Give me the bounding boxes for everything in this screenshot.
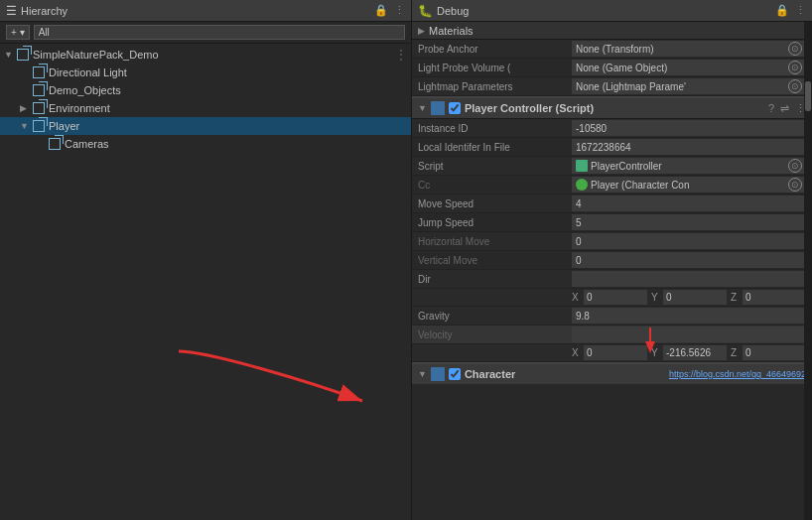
debug-icon: 🐛 <box>418 4 433 18</box>
materials-section[interactable]: ▶ Materials <box>412 22 812 40</box>
velocity-x-value[interactable]: 0 <box>584 345 647 360</box>
velocity-y-field: Y -216.5626 <box>651 345 727 360</box>
cc-row: Cc Player (Character Con ⊙ <box>412 176 812 195</box>
scrollbar-thumb[interactable] <box>805 81 811 111</box>
velocity-value-empty <box>572 326 806 342</box>
hierarchy-more-icon[interactable]: ⋮ <box>394 4 405 17</box>
horizontal-move-value: 0 <box>572 233 806 249</box>
velocity-z-value[interactable]: 0 <box>743 345 806 360</box>
inspector-lock-icon[interactable]: 🔒 <box>775 4 789 17</box>
hierarchy-toolbar: + ▾ <box>0 22 411 44</box>
dir-y-value[interactable]: 0 <box>663 290 727 305</box>
cube-icon-dl <box>32 65 46 79</box>
character-controller-header[interactable]: ▼ Character https://blog.csdn.net/qq_466… <box>412 362 812 384</box>
dir-y-axis: Y <box>651 292 661 303</box>
tree-item-demo-objects[interactable]: Demo_Objects <box>0 81 411 99</box>
materials-title: Materials <box>429 25 474 37</box>
jump-speed-label: Jump Speed <box>418 217 572 228</box>
velocity-label-row: Velocity <box>412 325 812 344</box>
inspector-content: ▶ Materials Probe Anchor None (Transform… <box>412 22 812 520</box>
annotation-url: https://blog.csdn.net/qq_46649692 <box>669 369 806 379</box>
hierarchy-header: ☰ Hierarchy 🔒 ⋮ <box>0 0 411 22</box>
light-probe-label: Light Probe Volume ( <box>418 63 572 73</box>
light-probe-value: None (Game Object) ⊙ <box>572 60 806 75</box>
inspector-title: Debug <box>437 5 469 17</box>
hierarchy-panel: ☰ Hierarchy 🔒 ⋮ + ▾ ▼ SimpleNaturePack_D… <box>0 0 412 520</box>
player-controller-icon <box>431 101 445 115</box>
dir-xyz-fields: X 0 Y 0 Z 0 <box>572 290 806 305</box>
tree-item-directional-light[interactable]: Directional Light <box>0 64 411 81</box>
player-controller-arrow: ▼ <box>418 103 427 113</box>
instance-id-label: Instance ID <box>418 123 572 134</box>
dir-xyz-row: X 0 Y 0 Z 0 <box>412 289 812 307</box>
inspector-header: 🐛 Debug 🔒 ⋮ <box>412 0 812 22</box>
probe-anchor-btn[interactable]: ⊙ <box>788 42 802 56</box>
hierarchy-search-input[interactable] <box>34 25 405 40</box>
dir-z-value[interactable]: 0 <box>743 290 806 305</box>
cube-icon-env <box>32 101 46 115</box>
player-controller-header[interactable]: ▼ Player Controller (Script) ? ⇌ ⋮ <box>412 96 812 119</box>
dir-x-value[interactable]: 0 <box>584 290 647 305</box>
cube-icon-demo <box>32 83 46 97</box>
character-title: Character <box>465 368 665 380</box>
light-probe-row: Light Probe Volume ( None (Game Object) … <box>412 59 812 77</box>
move-speed-label: Move Speed <box>418 198 572 209</box>
tree-arrow-player: ▼ <box>20 121 32 131</box>
probe-anchor-row: Probe Anchor None (Transform) ⊙ <box>412 40 812 59</box>
move-speed-value[interactable]: 4 <box>572 195 806 211</box>
player-controller-title: Player Controller (Script) <box>465 102 768 114</box>
velocity-xyz-fields: X 0 Y -216.5626 Z 0 <box>572 345 806 360</box>
cc-btn[interactable]: ⊙ <box>788 178 802 192</box>
local-id-row: Local Identifer In File 1672238664 <box>412 138 812 157</box>
settings-icon[interactable]: ⇌ <box>780 102 789 115</box>
character-icon <box>431 367 445 381</box>
gravity-label: Gravity <box>418 311 572 322</box>
dir-y-field: Y 0 <box>651 290 727 305</box>
character-checkbox[interactable] <box>449 368 461 380</box>
instance-id-row: Instance ID -10580 <box>412 119 812 138</box>
main-layout: ☰ Hierarchy 🔒 ⋮ + ▾ ▼ SimpleNaturePack_D… <box>0 0 812 520</box>
inspector-more-icon[interactable]: ⋮ <box>795 4 806 17</box>
probe-anchor-label: Probe Anchor <box>418 44 572 55</box>
cube-icon-root <box>16 48 30 62</box>
dir-value <box>572 271 806 287</box>
tree-item-cameras[interactable]: Cameras <box>0 135 411 153</box>
velocity-y-value[interactable]: -216.5626 <box>663 345 727 360</box>
hierarchy-menu-icon[interactable]: ☰ <box>6 4 17 18</box>
tree-arrow-root: ▼ <box>4 50 16 60</box>
add-object-button[interactable]: + ▾ <box>6 25 30 40</box>
tree-label-demo: Demo_Objects <box>49 84 121 96</box>
horizontal-move-row: Horizontal Move 0 <box>412 232 812 251</box>
tree-label-dl: Directional Light <box>49 66 127 78</box>
velocity-x-axis: X <box>572 347 582 358</box>
move-speed-row: Move Speed 4 <box>412 195 812 213</box>
local-id-value: 1672238664 <box>572 139 806 155</box>
horizontal-move-label: Horizontal Move <box>418 236 572 247</box>
lightmap-row: Lightmap Parameters None (Lightmap Param… <box>412 77 812 96</box>
script-file-icon <box>576 160 588 172</box>
player-controller-checkbox[interactable] <box>449 102 461 114</box>
jump-speed-value[interactable]: 5 <box>572 214 806 230</box>
lightmap-label: Lightmap Parameters <box>418 81 572 92</box>
velocity-x-field: X 0 <box>572 345 647 360</box>
lightmap-btn[interactable]: ⊙ <box>788 79 802 93</box>
cube-icon-player <box>32 119 46 133</box>
script-row: Script PlayerController ⊙ <box>412 157 812 176</box>
vertical-move-value: 0 <box>572 252 806 268</box>
cc-value: Player (Character Con ⊙ <box>572 177 806 193</box>
gravity-value[interactable]: 9.8 <box>572 308 806 324</box>
tree-item-root[interactable]: ▼ SimpleNaturePack_Demo ⋮ <box>0 46 411 64</box>
tree-item-player[interactable]: ▼ Player <box>0 117 411 135</box>
cube-icon-cameras <box>48 137 62 151</box>
tree-item-more[interactable]: ⋮ <box>395 48 407 62</box>
help-icon[interactable]: ? <box>768 102 774 114</box>
script-btn[interactable]: ⊙ <box>788 159 802 173</box>
tree-item-environment[interactable]: ▶ Environment <box>0 99 411 117</box>
hierarchy-lock-icon[interactable]: 🔒 <box>374 4 388 17</box>
tree-label-player: Player <box>49 120 79 132</box>
tree-label-cameras: Cameras <box>65 138 109 150</box>
velocity-y-axis: Y <box>651 347 661 358</box>
tree-label-root: SimpleNaturePack_Demo <box>33 49 159 61</box>
light-probe-btn[interactable]: ⊙ <box>788 61 802 74</box>
hierarchy-title: Hierarchy <box>21 5 68 17</box>
